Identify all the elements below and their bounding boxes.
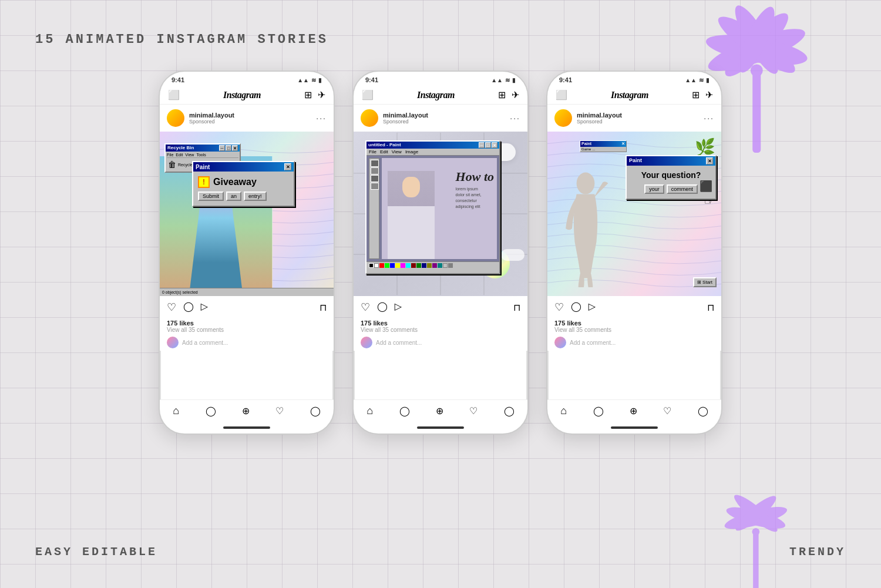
comment-avatar-1 xyxy=(167,337,179,348)
add-nav-2[interactable]: ⊕ xyxy=(436,405,443,416)
likes-1: 175 likes xyxy=(167,320,327,327)
svg-rect-0 xyxy=(752,70,761,153)
dm-icon-2[interactable]: ✈ xyxy=(512,89,519,100)
comment-icon-1[interactable]: ◯ xyxy=(183,301,194,314)
comment-btn[interactable]: comment xyxy=(667,184,698,194)
comment-icon-3[interactable]: ◯ xyxy=(571,301,581,314)
menu-file-2: File xyxy=(369,149,376,154)
time-1: 9:41 xyxy=(172,76,184,83)
profile-nav-1[interactable]: ◯ xyxy=(310,405,321,416)
more-dots-3[interactable]: ··· xyxy=(704,113,714,123)
home-nav-3[interactable]: ⌂ xyxy=(560,405,567,417)
search-nav-1[interactable]: ◯ xyxy=(206,405,216,416)
start-label: Start xyxy=(702,280,712,285)
user-info-1: minimal.layout Sponsored xyxy=(189,112,311,125)
share-icon-2[interactable]: ◁ xyxy=(395,301,402,314)
comment-input-1[interactable]: Add a comment... xyxy=(182,340,228,346)
submit-btn[interactable]: Submit xyxy=(198,191,224,201)
camera-icon-3[interactable]: ⬜ xyxy=(556,89,567,100)
comments-3[interactable]: View all 35 comments xyxy=(554,327,714,333)
avatar-1 xyxy=(167,109,184,127)
bookmark-icon-1[interactable]: ⊓ xyxy=(320,302,327,313)
comment-input-2[interactable]: Add a comment... xyxy=(376,340,422,346)
signal-icon-2: ▲▲ xyxy=(491,77,503,83)
heart-icon-2[interactable]: ♡ xyxy=(361,301,370,314)
comment-icon-2[interactable]: ◯ xyxy=(377,301,388,314)
signal-icon-1: ▲▲ xyxy=(297,77,309,83)
status-bar-1: 9:41 ▲▲ ≋ ▮ xyxy=(160,72,334,86)
ig-actions-3: ⊞ ✈ xyxy=(692,89,713,100)
menu-tools: Tools xyxy=(196,153,206,157)
camera-icon-2[interactable]: ⬜ xyxy=(362,89,374,100)
add-nav-1[interactable]: ⊕ xyxy=(242,405,250,416)
giveaway-buttons: Submit an entry! xyxy=(198,191,289,201)
ig-logo-3: Instagram xyxy=(611,90,648,100)
more-dots-1[interactable]: ··· xyxy=(316,113,327,123)
share-icon-3[interactable]: ◁ xyxy=(589,301,596,314)
cursor-icon: ⬛ xyxy=(700,180,712,193)
paint-title-1: Paint xyxy=(196,164,210,170)
home-nav-2[interactable]: ⌂ xyxy=(366,405,373,417)
palm-tree-bottom xyxy=(717,476,799,588)
small-paint-title: Paint xyxy=(581,142,591,146)
post-stats-1: 175 likes View all 35 comments xyxy=(160,318,334,334)
heart-icon-1[interactable]: ♡ xyxy=(167,301,176,314)
share-icon-1[interactable]: ◁ xyxy=(201,301,208,314)
close-btn-3[interactable]: ✕ xyxy=(706,157,713,164)
question-text: Your question? xyxy=(631,170,711,180)
add-nav-3[interactable]: ⊕ xyxy=(630,405,637,416)
entry-btn[interactable]: entry! xyxy=(244,191,267,201)
search-nav-2[interactable]: ◯ xyxy=(399,405,410,416)
activity-icon-3[interactable]: ⊞ xyxy=(692,89,700,100)
your-btn[interactable]: your xyxy=(644,184,664,194)
statue-figure xyxy=(556,170,615,287)
close-btn-1[interactable]: ✕ xyxy=(284,163,291,170)
post-actions-3: ♡ ◯ ◁ ⊓ xyxy=(547,296,721,318)
avatar-3 xyxy=(554,109,572,127)
home-bar-2 xyxy=(417,426,464,429)
home-nav-1[interactable]: ⌂ xyxy=(173,405,179,417)
activity-icon-1[interactable]: ⊞ xyxy=(304,89,312,100)
dm-icon-3[interactable]: ✈ xyxy=(705,89,713,100)
bookmark-icon-3[interactable]: ⊓ xyxy=(707,302,714,313)
phones-container: 9:41 ▲▲ ≋ ▮ ⬜ Instagram ⊞ ✈ xyxy=(159,70,722,435)
profile-nav-3[interactable]: ◯ xyxy=(698,405,708,416)
phone-2: 9:41 ▲▲ ≋ ▮ ⬜ Instagram ⊞ ✈ xyxy=(352,70,529,435)
bottom-nav-1: ⌂ ◯ ⊕ ♡ ◯ xyxy=(160,399,334,422)
likes-3: 175 likes xyxy=(554,320,714,327)
cloud-2 xyxy=(501,249,524,261)
question-dialog-title: Paint xyxy=(629,157,642,164)
home-indicator-2 xyxy=(354,422,527,434)
heart-icon-3[interactable]: ♡ xyxy=(554,301,564,314)
svg-rect-8 xyxy=(753,532,758,588)
status-bar-2: 9:41 ▲▲ ≋ ▮ xyxy=(354,72,527,86)
wifi-icon-2: ≋ xyxy=(505,77,510,83)
post-actions-1: ♡ ◯ ◁ ⊓ xyxy=(160,296,334,318)
username-3: minimal.layout xyxy=(577,112,699,119)
status-bar-paint: 0 object(s) selected xyxy=(162,290,198,294)
profile-nav-2[interactable]: ◯ xyxy=(504,405,515,416)
comment-input-3[interactable]: Add a comment... xyxy=(570,340,616,346)
comments-1[interactable]: View all 35 comments xyxy=(167,327,327,333)
more-dots-2[interactable]: ··· xyxy=(510,113,520,123)
like-nav-1[interactable]: ♡ xyxy=(275,405,284,416)
sponsored-1: Sponsored xyxy=(189,119,311,125)
svg-point-13 xyxy=(752,528,760,536)
comment-row-1: Add a comment... xyxy=(160,334,334,351)
like-nav-3[interactable]: ♡ xyxy=(663,405,671,416)
lorem-text: lorem ipsumdolor sit amet,consecteturadi… xyxy=(456,186,494,209)
bottom-nav-2: ⌂ ◯ ⊕ ♡ ◯ xyxy=(354,399,527,422)
an-btn[interactable]: an xyxy=(226,191,241,201)
wifi-icon-1: ≋ xyxy=(311,77,316,83)
search-nav-3[interactable]: ◯ xyxy=(593,405,604,416)
menu-edit-2: Edit xyxy=(380,149,388,154)
like-nav-2[interactable]: ♡ xyxy=(469,405,478,416)
sponsored-2: Sponsored xyxy=(383,119,505,125)
activity-icon-2[interactable]: ⊞ xyxy=(498,89,506,100)
post-image-2: untitled - Paint ─ □ ✕ File Edit View xyxy=(354,132,527,296)
paint-menu-2: ... xyxy=(592,147,595,151)
bookmark-icon-2[interactable]: ⊓ xyxy=(513,302,520,313)
comments-2[interactable]: View all 35 comments xyxy=(361,327,520,333)
dm-icon-1[interactable]: ✈ xyxy=(318,89,325,100)
camera-icon-1[interactable]: ⬜ xyxy=(168,89,180,100)
